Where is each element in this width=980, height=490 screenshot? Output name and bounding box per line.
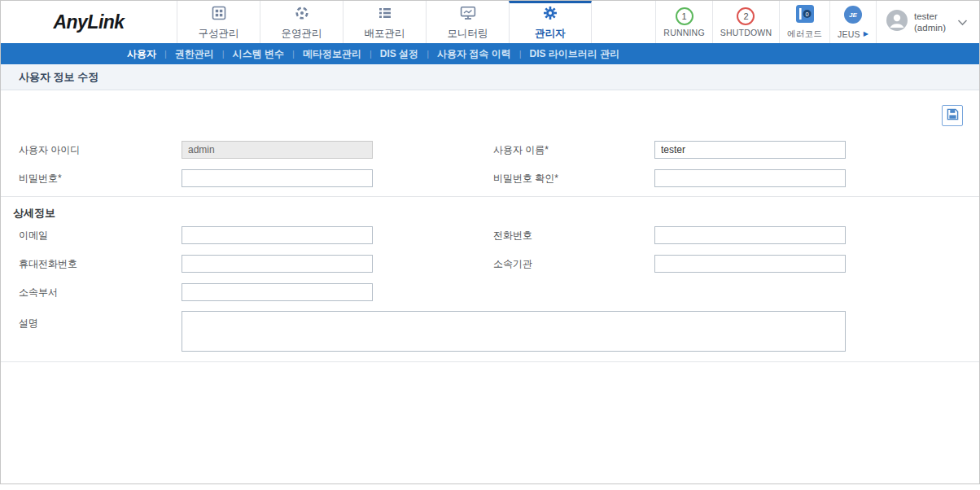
description-textarea[interactable]	[182, 311, 846, 352]
user-menu[interactable]: tester (admin)	[876, 1, 979, 43]
user-id-input	[182, 141, 373, 159]
tab-deploy-mgmt[interactable]: 배포관리	[343, 1, 426, 43]
save-floppy-icon	[947, 108, 959, 123]
tab-config-mgmt[interactable]: 구성관리	[177, 1, 260, 43]
chevron-down-icon[interactable]	[957, 15, 968, 29]
mobile-label: 휴대전화번호	[19, 255, 77, 273]
password-confirm-label: 비밀번호 확인*	[493, 169, 558, 187]
detail-section-title: 상세정보	[13, 206, 55, 221]
user-name-label: 사용자 이름*	[493, 141, 549, 159]
svg-text:JE: JE	[849, 11, 857, 19]
operations-icon	[295, 6, 309, 24]
user-id-label: 사용자 아이디	[19, 141, 80, 159]
subnav-item-permissions[interactable]: 권한관리	[175, 47, 214, 61]
shutdown-label: SHUTDOWN	[720, 28, 772, 37]
error-code-icon: 0	[796, 5, 814, 26]
tab-label: 운영관리	[282, 27, 322, 41]
grid-icon	[212, 6, 226, 24]
section-divider	[1, 196, 979, 197]
tab-label: 배포관리	[365, 27, 405, 41]
subnav-separator: |	[427, 49, 429, 59]
subnav-separator: |	[164, 49, 167, 59]
status-running[interactable]: 1 RUNNING	[655, 1, 711, 43]
monitoring-icon	[460, 6, 476, 24]
description-label: 설명	[19, 314, 38, 332]
password-confirm-input[interactable]	[654, 169, 846, 187]
subnav-separator: |	[222, 49, 225, 59]
user-edit-form: 사용자 아이디 사용자 이름* 비밀번호* 비밀번호 확인* 상세정보 이메일 …	[1, 90, 979, 484]
user-name: tester	[914, 11, 946, 22]
subnav-item-dis-library[interactable]: DIS 라이브러리 관리	[530, 47, 620, 61]
phone-input[interactable]	[654, 226, 846, 244]
subnav-item-users[interactable]: 사용자	[127, 47, 156, 61]
password-label: 비밀번호*	[19, 169, 62, 187]
bottom-divider	[1, 361, 979, 362]
subnav-item-meta-info[interactable]: 메타정보관리	[303, 47, 361, 61]
jeus-badge-icon: JE	[844, 6, 862, 27]
jeus-label: JEUS	[838, 29, 860, 39]
subnav-item-system-vars[interactable]: 시스템 변수	[233, 47, 284, 61]
email-input[interactable]	[182, 226, 373, 244]
subnav-item-access-history[interactable]: 사용자 접속 이력	[437, 47, 511, 61]
department-label: 소속부서	[19, 283, 58, 301]
organization-input[interactable]	[654, 255, 846, 273]
subnav-separator: |	[519, 49, 522, 59]
sub-nav: 사용자 | 권한관리 | 시스템 변수 | 메타정보관리 | DIS 설정 | …	[1, 43, 979, 64]
shutdown-count-badge: 2	[737, 7, 755, 25]
subnav-separator: |	[292, 49, 295, 59]
app-window: AnyLink 구성관리 운영관리 배포관리	[0, 0, 980, 484]
tab-operations-mgmt[interactable]: 운영관리	[260, 1, 343, 43]
user-name-input[interactable]	[654, 141, 846, 159]
tab-monitoring[interactable]: 모니터링	[426, 1, 509, 43]
password-input[interactable]	[182, 169, 373, 187]
error-code-label: 에러코드	[787, 28, 822, 40]
email-label: 이메일	[19, 226, 48, 244]
mobile-input[interactable]	[182, 255, 373, 273]
header-status-group: 1 RUNNING 2 SHUTDOWN 0 에러코드 JE JEUS ▶	[655, 1, 979, 43]
play-icon: ▶	[864, 30, 868, 37]
svg-text:0: 0	[805, 10, 808, 17]
deploy-list-icon	[378, 6, 392, 24]
tab-admin[interactable]: 관리자	[509, 1, 592, 43]
error-code-button[interactable]: 0 에러코드	[779, 1, 829, 43]
avatar-icon	[886, 10, 908, 34]
status-shutdown[interactable]: 2 SHUTDOWN	[712, 1, 779, 43]
running-count-badge: 1	[676, 7, 693, 25]
tab-label: 모니터링	[448, 27, 488, 41]
running-label: RUNNING	[663, 28, 704, 37]
jeus-button[interactable]: JE JEUS ▶	[829, 1, 876, 43]
subnav-item-dis-settings[interactable]: DIS 설정	[380, 47, 418, 61]
department-input[interactable]	[182, 283, 373, 301]
header: AnyLink 구성관리 운영관리 배포관리	[1, 1, 979, 43]
tab-label: 관리자	[535, 27, 566, 41]
subnav-separator: |	[370, 49, 372, 59]
page-title-bar: 사용자 정보 수정	[1, 64, 979, 90]
tab-label: 구성관리	[199, 27, 239, 41]
gear-icon	[543, 6, 558, 24]
save-button[interactable]	[942, 105, 963, 126]
user-role: (admin)	[914, 22, 946, 33]
phone-label: 전화번호	[493, 226, 532, 244]
page-title: 사용자 정보 수정	[19, 70, 98, 85]
brand-logo: AnyLink	[1, 1, 177, 43]
brand-logo-text: AnyLink	[53, 11, 124, 33]
organization-label: 소속기관	[493, 255, 532, 273]
main-nav: 구성관리 운영관리 배포관리 모니터링	[177, 1, 592, 43]
